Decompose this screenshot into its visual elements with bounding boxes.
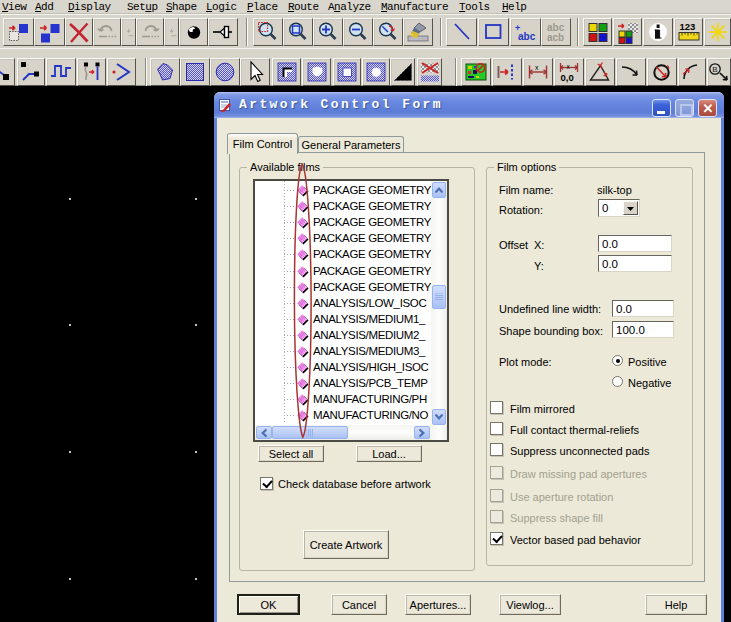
svg-text:B: B bbox=[712, 65, 717, 74]
svg-text:123: 123 bbox=[679, 21, 695, 32]
svg-text:x: x bbox=[567, 63, 571, 70]
svg-text:0,0: 0,0 bbox=[561, 72, 574, 83]
svg-text:x: x bbox=[535, 64, 539, 71]
svg-text:abc: abc bbox=[518, 31, 536, 42]
svg-text:acb: acb bbox=[547, 32, 564, 43]
